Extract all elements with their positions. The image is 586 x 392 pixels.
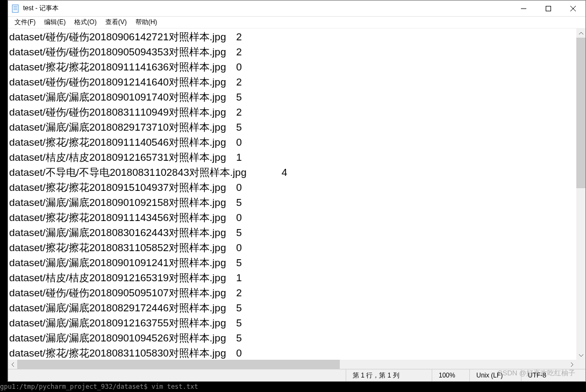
titlebar[interactable]: test - 记事本 [8,1,585,17]
window-title: test - 记事本 [23,4,511,13]
minimize-button[interactable] [511,1,536,16]
status-lineending: Unix (LF) [469,369,521,381]
status-zoom: 100% [432,369,469,381]
notepad-icon [11,4,20,13]
window-controls [511,1,585,16]
status-position: 第 1 行，第 1 列 [346,369,432,381]
horizontal-scroll-row [8,360,585,369]
status-encoding: UTF-8 [521,369,585,381]
content-area: dataset/碰伤/碰伤20180906142721对照样本.jpg 2 da… [8,28,585,360]
menu-edit[interactable]: 编辑(E) [40,17,70,28]
statusbar: 第 1 行，第 1 列 100% Unix (LF) UTF-8 [8,369,585,381]
menu-view[interactable]: 查看(V) [101,17,131,28]
menu-format[interactable]: 格式(O) [70,17,101,28]
terminal-strip: gpu1:/tmp/pycharm_project_932/dataset$ v… [0,382,586,392]
scroll-up-arrow[interactable] [576,28,585,38]
scroll-down-arrow[interactable] [576,351,585,360]
notepad-window: test - 记事本 文件(F) 编辑(E) 格式(O) 查看(V) 帮助(H)… [8,0,586,382]
vertical-scrollbar[interactable] [576,28,585,360]
left-background-strip [0,0,8,392]
horizontal-scrollbar[interactable] [17,360,567,369]
vertical-scroll-thumb[interactable] [576,38,585,188]
maximize-button[interactable] [536,1,561,16]
svg-rect-0 [12,5,18,12]
scroll-left-arrow[interactable] [8,360,17,369]
text-editor[interactable]: dataset/碰伤/碰伤20180906142721对照样本.jpg 2 da… [8,28,576,360]
menu-file[interactable]: 文件(F) [10,17,40,28]
close-button[interactable] [561,1,585,16]
scroll-corner [576,360,585,369]
menubar: 文件(F) 编辑(E) 格式(O) 查看(V) 帮助(H) [8,17,585,28]
menu-help[interactable]: 帮助(H) [131,17,162,28]
svg-rect-5 [546,6,551,11]
horizontal-scroll-thumb[interactable] [17,360,340,369]
scroll-right-arrow[interactable] [567,360,576,369]
